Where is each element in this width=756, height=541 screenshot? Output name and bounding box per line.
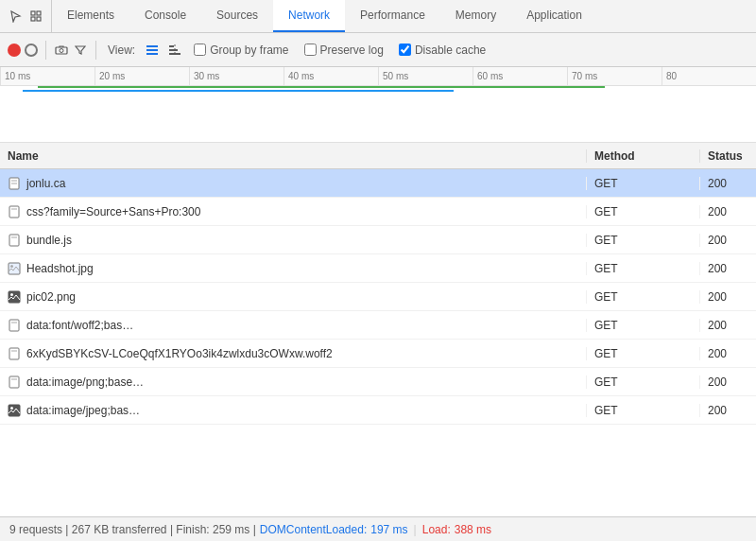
table-row[interactable]: data:font/woff2;bas… GET 200 bbox=[0, 311, 756, 340]
tab-console[interactable]: Console bbox=[129, 0, 201, 32]
table-row[interactable]: Headshot.jpg GET 200 bbox=[0, 254, 756, 283]
row-method: GET bbox=[586, 205, 699, 218]
tick-60ms: 60 ms bbox=[472, 67, 567, 85]
status-load-time: 388 ms bbox=[455, 523, 491, 536]
svg-rect-9 bbox=[169, 45, 174, 47]
table-row[interactable]: 6xKydSBYKcSV-LCoeQqfX1RYOo3ik4zwlxdu3cOW… bbox=[0, 340, 756, 368]
network-table-container: Name Method Status jonlu.ca GET 200 bbox=[0, 143, 756, 516]
cursor-icon[interactable] bbox=[8, 9, 23, 24]
col-header-method[interactable]: Method bbox=[586, 149, 699, 163]
svg-rect-3 bbox=[37, 17, 41, 21]
svg-rect-15 bbox=[9, 206, 19, 218]
svg-rect-1 bbox=[37, 11, 41, 15]
timeline-area: 10 ms 20 ms 30 ms 40 ms 50 ms 60 ms 70 m… bbox=[0, 67, 756, 143]
svg-rect-2 bbox=[31, 17, 35, 21]
timeline-bar-area bbox=[0, 86, 756, 143]
row-status: 200 bbox=[699, 234, 756, 247]
tick-40ms: 40 ms bbox=[284, 67, 378, 85]
inspect-icon[interactable] bbox=[28, 9, 43, 24]
disable-cache-input[interactable] bbox=[399, 44, 411, 56]
toolbar-divider-2 bbox=[95, 41, 96, 60]
row-status: 200 bbox=[699, 375, 756, 389]
svg-rect-6 bbox=[146, 45, 158, 47]
view-list-button[interactable] bbox=[143, 42, 162, 59]
tab-elements[interactable]: Elements bbox=[52, 0, 129, 32]
tick-10ms: 10 ms bbox=[0, 67, 94, 85]
svg-point-22 bbox=[10, 293, 13, 296]
row-status: 200 bbox=[699, 347, 756, 360]
table-row[interactable]: jonlu.ca GET 200 bbox=[0, 169, 756, 198]
tick-70ms: 70 ms bbox=[567, 67, 662, 85]
tab-performance[interactable]: Performance bbox=[345, 0, 440, 32]
row-name: 6xKydSBYKcSV-LCoeQqfX1RYOo3ik4zwlxdu3cOW… bbox=[0, 347, 586, 360]
svg-point-20 bbox=[10, 265, 13, 268]
row-name: jonlu.ca bbox=[0, 177, 586, 190]
row-method: GET bbox=[586, 234, 699, 247]
status-dom-time: 197 ms bbox=[370, 523, 407, 536]
row-name: data:font/woff2;bas… bbox=[0, 319, 586, 332]
group-by-frame-input[interactable] bbox=[194, 44, 206, 56]
svg-rect-23 bbox=[9, 320, 19, 331]
table-row[interactable]: pic02.png GET 200 bbox=[0, 283, 756, 311]
row-name: pic02.png bbox=[0, 290, 586, 304]
row-name: Headshot.jpg bbox=[0, 262, 586, 275]
row-method: GET bbox=[586, 375, 699, 389]
row-method: GET bbox=[586, 262, 699, 275]
row-name: data:image/png;base… bbox=[0, 375, 586, 389]
view-waterfall-button[interactable] bbox=[165, 42, 184, 59]
tick-80: 80 bbox=[662, 67, 756, 85]
timeline-ruler: 10 ms 20 ms 30 ms 40 ms 50 ms 60 ms 70 m… bbox=[0, 67, 756, 86]
svg-rect-17 bbox=[9, 235, 19, 246]
tick-20ms: 20 ms bbox=[94, 67, 189, 85]
row-method: GET bbox=[586, 404, 699, 417]
file-doc-icon bbox=[8, 375, 21, 389]
table-row[interactable]: css?family=Source+Sans+Pro:300 GET 200 bbox=[0, 198, 756, 226]
tab-memory[interactable]: Memory bbox=[440, 0, 511, 32]
file-img-icon bbox=[8, 262, 21, 275]
row-status: 200 bbox=[699, 205, 756, 218]
row-status: 200 bbox=[699, 262, 756, 275]
nav-icon-group bbox=[0, 0, 52, 32]
tick-50ms: 50 ms bbox=[378, 67, 472, 85]
tab-application[interactable]: Application bbox=[511, 0, 597, 32]
table-row[interactable]: data:image/jpeg;bas… GET 200 bbox=[0, 396, 756, 425]
tick-30ms: 30 ms bbox=[189, 67, 284, 85]
view-label: View: bbox=[108, 44, 135, 57]
preserve-log-input[interactable] bbox=[304, 44, 317, 56]
camera-icon[interactable] bbox=[54, 43, 69, 58]
group-by-frame-checkbox[interactable]: Group by frame bbox=[194, 44, 288, 57]
record-button[interactable] bbox=[8, 44, 21, 57]
status-summary: 9 requests | 267 KB transferred | Finish… bbox=[9, 523, 256, 536]
svg-rect-8 bbox=[146, 53, 158, 55]
svg-rect-10 bbox=[169, 49, 178, 51]
row-name: bundle.js bbox=[0, 234, 586, 247]
stop-button[interactable] bbox=[25, 44, 38, 57]
filter-icon[interactable] bbox=[73, 43, 88, 58]
table-row[interactable]: data:image/png;base… GET 200 bbox=[0, 368, 756, 396]
col-header-name[interactable]: Name bbox=[0, 149, 586, 163]
file-doc-icon bbox=[8, 319, 21, 332]
svg-rect-27 bbox=[9, 376, 19, 388]
file-img-dark-icon bbox=[8, 404, 21, 417]
tab-sources[interactable]: Sources bbox=[201, 0, 273, 32]
disable-cache-checkbox[interactable]: Disable cache bbox=[399, 44, 486, 57]
svg-rect-0 bbox=[31, 11, 35, 15]
row-name: data:image/jpeg;bas… bbox=[0, 404, 586, 417]
row-method: GET bbox=[586, 319, 699, 332]
col-header-status[interactable]: Status bbox=[699, 149, 756, 163]
row-status: 200 bbox=[699, 319, 756, 332]
table-row[interactable]: bundle.js GET 200 bbox=[0, 226, 756, 254]
tab-network[interactable]: Network bbox=[273, 0, 345, 32]
toolbar-divider-1 bbox=[45, 41, 46, 60]
svg-point-30 bbox=[10, 407, 13, 410]
preserve-log-checkbox[interactable]: Preserve log bbox=[304, 44, 384, 57]
row-status: 200 bbox=[699, 290, 756, 304]
table-header: Name Method Status bbox=[0, 143, 756, 169]
row-method: GET bbox=[586, 290, 699, 304]
file-doc-icon bbox=[8, 205, 21, 218]
status-dom-label: DOMContentLoaded: bbox=[260, 523, 367, 536]
timeline-blue-line bbox=[0, 90, 756, 92]
row-status: 200 bbox=[699, 177, 756, 190]
row-status: 200 bbox=[699, 404, 756, 417]
status-separator: | bbox=[414, 523, 417, 536]
